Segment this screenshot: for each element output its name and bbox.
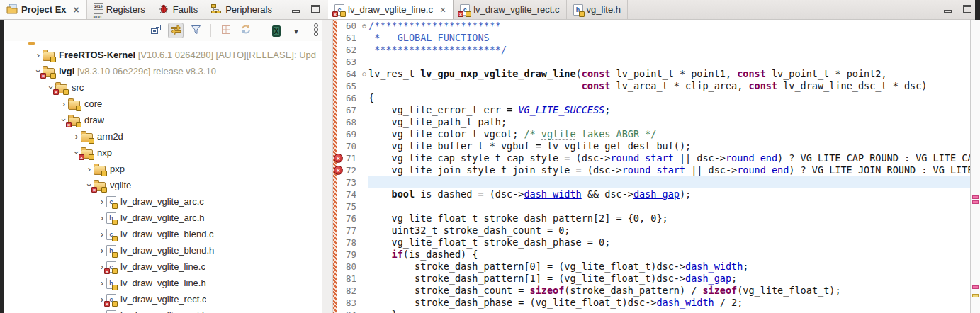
tree-row-src[interactable]: ›×src	[5, 79, 328, 96]
fold-gutter	[360, 104, 368, 116]
tab-label: lv_draw_vglite_line.c	[348, 4, 433, 15]
collapse-all-icon	[150, 24, 162, 37]
tree-row-lv-draw-vglite-line-h[interactable]: ›hlv_draw_vglite_line.h	[5, 275, 328, 291]
minimize-button[interactable]	[292, 4, 300, 15]
minimize-button[interactable]	[944, 4, 952, 15]
error-underlined-text: vg_lite_join_style_t join_style = (dsc->…	[368, 164, 970, 176]
chevron-right-icon[interactable]: ›	[34, 50, 43, 60]
chevron-right-icon[interactable]: ›	[98, 212, 106, 223]
error-marker-icon[interactable]: ×	[334, 154, 343, 163]
tree-row-lv-draw-vglite-blend-c[interactable]: ›clv_draw_vglite_blend.c	[5, 226, 328, 242]
line-number: 77	[337, 224, 360, 237]
chevron-right-icon[interactable]: ›	[60, 98, 68, 109]
maximize-button[interactable]	[963, 4, 971, 15]
line-number: 66	[337, 92, 360, 104]
panel-sash[interactable]	[322, 20, 333, 313]
excel-export-button[interactable]: X	[269, 23, 284, 38]
code-line-62: 62 **********************/	[333, 44, 970, 56]
code-text: stroke_dash_count = sizeof(stroke_dash_p…	[368, 285, 970, 297]
fold-gutter	[360, 188, 368, 200]
tree-row-lvgl[interactable]: ›×lvgl [v8.3.10 06e229c] release v8.3.10	[5, 63, 328, 79]
gold-badge	[63, 89, 69, 95]
tree-item-label: lv_draw_vglite_rect.h	[120, 310, 207, 313]
chevron-right-icon[interactable]: ›	[98, 229, 106, 239]
view-menu-button[interactable]	[308, 23, 324, 38]
close-icon[interactable]: ×	[73, 5, 80, 15]
chevron-right-icon[interactable]: ›	[85, 164, 94, 174]
tree-item-label: lv_draw_vglite_line.c	[120, 261, 205, 272]
tree-row-pxp[interactable]: ›pxp	[5, 161, 328, 177]
tree-row-core[interactable]: ›core	[5, 96, 328, 112]
overview-marker[interactable]	[972, 195, 979, 199]
overview-ruler[interactable]	[970, 20, 980, 313]
code-text: vg_lite_path_t path;	[368, 116, 970, 128]
gold-badge	[112, 220, 118, 225]
tree-row-nxp[interactable]: ›×nxp	[5, 144, 328, 161]
tree-row-lv-draw-vglite-line-c[interactable]: ›c×lv_draw_vglite_line.c	[5, 258, 328, 275]
error-marker-icon[interactable]: ×	[334, 166, 343, 175]
editor-tab-vg_lite-h[interactable]: hvg_lite.h	[567, 0, 628, 19]
line-number: 61	[337, 32, 360, 44]
error-underlined-text: vg_lite_cap_style_t cap_style = (dsc->ro…	[368, 152, 970, 164]
filter-button[interactable]	[188, 23, 203, 38]
code-editor[interactable]: 60⊖/**********************61 * GLOBAL FU…	[333, 20, 970, 313]
overview-marker[interactable]	[972, 200, 979, 204]
close-icon[interactable]: ×	[439, 5, 446, 15]
tree-row-lv-draw-vglite-rect-h[interactable]: ›hlv_draw_vglite_rect.h	[5, 307, 328, 313]
tree-row-vglite[interactable]: ›×vglite	[5, 177, 328, 193]
view-tab-peripherals[interactable]: Peripherals	[204, 0, 278, 19]
dropdown-chevron-button[interactable]: ▾	[288, 23, 304, 38]
maximize-icon	[311, 5, 320, 13]
error-badge: ×	[91, 187, 97, 193]
editor-tab-lv_draw_vglite_rect-c[interactable]: c×lv_draw_vglite_rect.c	[454, 0, 566, 19]
fold-marker-icon[interactable]: ⊖	[360, 68, 368, 80]
folder-icon	[43, 52, 55, 61]
fold-gutter	[360, 176, 368, 188]
gold-badge	[112, 252, 118, 258]
chevron-right-icon[interactable]: ›	[72, 131, 81, 142]
tree-item-name: lv_draw_vglite_rect.h	[120, 310, 207, 313]
tab-label: lv_draw_vglite_rect.c	[473, 4, 559, 15]
tree-row-arm2d[interactable]: ›arm2d	[5, 128, 328, 144]
view-tab-registers[interactable]: 10100101Registers	[87, 0, 152, 19]
chevron-right-icon[interactable]: ›	[98, 245, 106, 256]
tree-row-lv-draw-vglite-arc-c[interactable]: ›clv_draw_vglite_arc.c	[5, 193, 328, 210]
overview-marker[interactable]	[972, 294, 979, 297]
code-text: const lv_area_t * clip_area, const lv_dr…	[368, 80, 970, 92]
tree-item-label: pxp	[110, 164, 125, 174]
code-line-70: 70 vg_lite_buffer_t * vgbuf = lv_vglite_…	[333, 140, 970, 152]
project-explorer-tree[interactable]: ›FreeRTOS-Kernel [V10.6.1 0264280] [AUTO…	[5, 41, 328, 313]
fold-gutter	[360, 116, 368, 128]
grid-view-icon	[221, 25, 231, 37]
view-tab-project-ex[interactable]: Project Ex×	[0, 0, 87, 19]
tree-item-label: arm2d	[97, 131, 123, 142]
c-file-error-icon: c×	[334, 4, 344, 16]
file-h-icon: h	[106, 310, 116, 313]
partial-row-fragment	[28, 42, 35, 45]
grid-view-button[interactable]	[218, 23, 234, 38]
dropdown-chevron-icon: ▾	[294, 25, 298, 36]
tree-row-lv-draw-vglite-rect-c[interactable]: ›c×lv_draw_vglite_rect.c	[5, 291, 328, 307]
folder-icon	[68, 101, 80, 110]
tree-row-lv-draw-vglite-blend-h[interactable]: ›hlv_draw_vglite_blend.h	[5, 242, 328, 258]
editor-tab-lv_draw_vglite_line-c[interactable]: c×lv_draw_vglite_line.c×	[328, 0, 454, 19]
tree-item-name: arm2d	[97, 131, 123, 142]
chevron-right-icon[interactable]: ›	[98, 196, 106, 207]
line-number: 62	[337, 44, 360, 56]
overview-marker[interactable]	[972, 285, 979, 289]
code-text	[368, 176, 970, 188]
error-badge: ×	[458, 11, 463, 17]
maximize-button[interactable]	[311, 4, 320, 15]
link-with-editor-button[interactable]	[168, 23, 184, 38]
tree-row-draw[interactable]: ›×draw	[5, 112, 328, 128]
chevron-right-icon[interactable]: ›	[98, 278, 106, 288]
view-tab-faults[interactable]: Faults	[152, 0, 204, 19]
tree-item-label: nxp	[97, 147, 112, 158]
chevron-right-icon[interactable]: ›	[98, 310, 106, 313]
refresh-sync-button[interactable]	[238, 23, 254, 38]
tree-row-freertos-kernel[interactable]: ›FreeRTOS-Kernel [V10.6.1 0264280] [AUTO…	[5, 47, 328, 63]
tree-row-lv-draw-vglite-arc-h[interactable]: ›hlv_draw_vglite_arc.h	[5, 210, 328, 226]
fold-marker-icon[interactable]: ⊖	[360, 20, 368, 32]
fold-gutter	[360, 128, 368, 140]
collapse-all-button[interactable]	[148, 23, 164, 38]
